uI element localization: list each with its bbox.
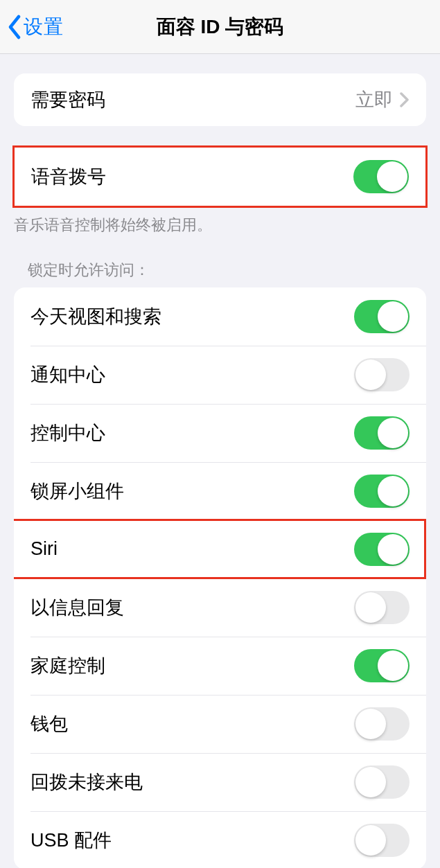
lock-access-item-toggle[interactable]: [354, 300, 410, 333]
lock-access-item-label: 通知中心: [30, 362, 105, 387]
lock-access-item-label: 以信息回复: [30, 595, 124, 620]
lock-access-row: Siri: [14, 520, 426, 578]
voice-dial-toggle[interactable]: [353, 160, 409, 193]
lock-access-item-label: 锁屏小组件: [30, 479, 124, 504]
back-button[interactable]: 设置: [0, 14, 64, 40]
lock-access-item-label: USB 配件: [30, 828, 112, 853]
lock-access-row: 今天视图和搜索: [14, 287, 426, 346]
lock-access-item-toggle[interactable]: [354, 824, 410, 857]
lock-access-item-toggle[interactable]: [354, 358, 410, 391]
lock-access-item-label: 家庭控制: [30, 653, 105, 678]
lock-access-row: 通知中心: [14, 346, 426, 404]
lock-access-header: 锁定时允许访问：: [14, 260, 426, 287]
voice-dial-row: 语音拨号: [15, 148, 425, 206]
require-passcode-label: 需要密码: [30, 87, 105, 112]
chevron-left-icon: [7, 15, 22, 39]
lock-access-item-toggle[interactable]: [354, 707, 410, 741]
lock-access-item-toggle[interactable]: [354, 591, 410, 624]
lock-access-item-label: Siri: [30, 538, 58, 560]
back-label: 设置: [24, 14, 64, 40]
lock-access-row: 回拨未接来电: [14, 753, 426, 811]
chevron-right-icon: [400, 92, 410, 107]
nav-bar: 设置 面容 ID 与密码: [0, 0, 440, 54]
lock-access-row: 家庭控制: [14, 637, 426, 695]
lock-access-item-toggle[interactable]: [354, 649, 410, 682]
page-title: 面容 ID 与密码: [0, 14, 440, 40]
lock-access-item-label: 今天视图和搜索: [30, 304, 161, 329]
lock-access-item-toggle[interactable]: [354, 416, 410, 450]
lock-access-row: 钱包: [14, 695, 426, 753]
voice-dial-footer: 音乐语音控制将始终被启用。: [0, 208, 440, 236]
lock-access-row: 以信息回复: [14, 578, 426, 637]
lock-access-item-toggle[interactable]: [354, 475, 410, 508]
voice-dial-label: 语音拨号: [31, 164, 106, 189]
require-passcode-row[interactable]: 需要密码 立即: [14, 73, 426, 126]
lock-access-item-label: 控制中心: [30, 420, 105, 445]
lock-access-row: USB 配件: [14, 811, 426, 868]
require-passcode-value: 立即: [355, 87, 410, 112]
lock-access-row: 锁屏小组件: [14, 462, 426, 520]
lock-access-item-toggle[interactable]: [354, 765, 410, 799]
lock-access-item-label: 钱包: [30, 711, 68, 736]
lock-access-group: 今天视图和搜索通知中心控制中心锁屏小组件Siri以信息回复家庭控制钱包回拨未接来…: [14, 287, 426, 868]
lock-access-row: 控制中心: [14, 404, 426, 462]
lock-access-item-toggle[interactable]: [354, 533, 410, 566]
lock-access-item-label: 回拨未接来电: [30, 770, 143, 795]
